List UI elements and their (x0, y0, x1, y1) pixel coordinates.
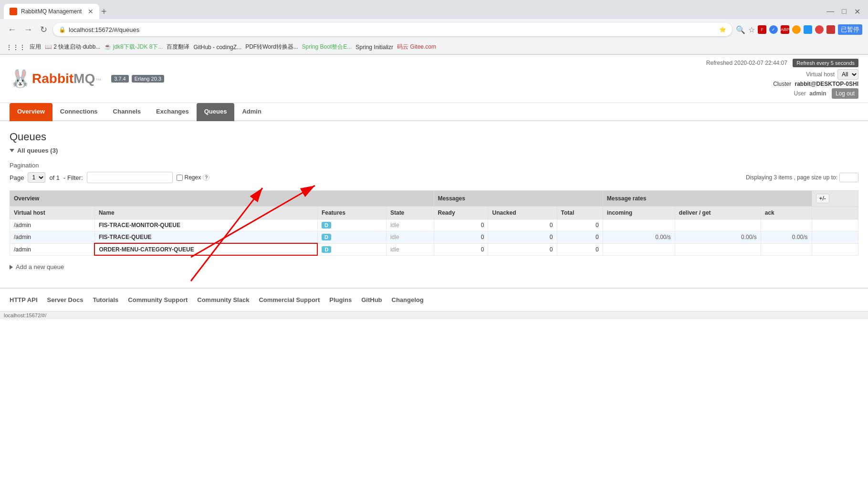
minimize-button[interactable]: — (826, 7, 834, 16)
bookmark-quickstart[interactable]: 📖 2 快速启动·dubb... (45, 43, 100, 51)
cell-deliver-1 (675, 219, 761, 231)
th-deliver-get: deliver / get (675, 207, 761, 219)
footer-community-slack[interactable]: Community Slack (197, 296, 249, 303)
footer-tutorials[interactable]: Tutorials (93, 296, 118, 303)
cell-name-1[interactable]: FIS-TRACE-MONITOR-QUEUE (94, 219, 317, 231)
footer-commercial-support[interactable]: Commercial Support (259, 296, 320, 303)
cell-vh-3: /admin (10, 243, 95, 255)
refresh-button[interactable]: Refresh every 5 seconds (793, 59, 858, 67)
refresh-info: Refreshed 2020-02-07 22:44:07 Refresh ev… (706, 59, 858, 67)
address-input[interactable]: 🔒 localhost:15672/#/queues ⭐ (53, 23, 732, 36)
cell-total-3: 0 (557, 243, 603, 255)
rabbit-logo-icon: 🐰 (10, 69, 31, 89)
cell-name-2[interactable]: FIS-TRACE-QUEUE (94, 231, 317, 244)
nav-connections[interactable]: Connections (52, 103, 105, 121)
regex-checkbox[interactable] (177, 175, 183, 181)
tab-close-button[interactable]: ✕ (88, 8, 94, 15)
address-bar: ← → ↻ 🔒 localhost:15672/#/queues ⭐ 🔍 ☆ F… (0, 19, 868, 40)
extension-icon-1[interactable]: F (758, 25, 766, 34)
logo: 🐰 RabbitMQ™ (10, 69, 102, 89)
nav-exchanges[interactable]: Exchanges (148, 103, 197, 121)
virtual-host-select[interactable]: All (837, 69, 858, 80)
cell-total-2: 0 (557, 231, 603, 244)
refreshed-text: Refreshed 2020-02-07 22:44:07 (706, 60, 787, 66)
bookmark-initializr[interactable]: Spring Initializr (356, 44, 393, 51)
cell-features-3: D (317, 243, 386, 255)
cell-unacked-3: 0 (488, 243, 557, 255)
footer-community-support[interactable]: Community Support (128, 296, 188, 303)
bookmark-apps[interactable]: 应用 (30, 43, 41, 51)
bookmark-translate[interactable]: 百度翻译 (167, 43, 189, 51)
tab-favicon (10, 8, 17, 15)
footer-plugins[interactable]: Plugins (329, 296, 352, 303)
bookmark-jdk[interactable]: ☕ jdk8下载-JDK 8下... (104, 43, 163, 51)
footer-changelog[interactable]: Changelog (392, 296, 424, 303)
address-text: localhost:15672/#/queues (69, 26, 716, 33)
cell-ack-2: 0.00/s (761, 231, 812, 244)
new-tab-button[interactable]: + (101, 6, 107, 17)
cluster-label: Cluster (773, 81, 791, 87)
virtual-host-row: Virtual host All (706, 69, 858, 80)
nav-channels[interactable]: Channels (105, 103, 149, 121)
filter-separator: - Filter: (63, 174, 83, 181)
bookmark-spring[interactable]: Spring Boot整合E... (302, 43, 352, 51)
feature-badge-3: D (322, 246, 331, 253)
toolbar-icons: 🔍 ☆ F ✓ ABP 已暂停 (736, 24, 862, 35)
active-tab[interactable]: RabbitMQ Management ✕ (4, 4, 99, 19)
page-label: Page (10, 174, 24, 181)
user-label: User (794, 90, 806, 97)
page-size-input[interactable] (839, 173, 858, 182)
cell-name-3[interactable]: ORDER-MENU-CATEGORY-QUEUE (94, 243, 317, 255)
logout-button[interactable]: Log out (832, 88, 858, 99)
bookmark-pdf[interactable]: PDF转Word转换器... (245, 43, 298, 51)
page-title: Queues (10, 131, 858, 143)
extension-icon-6[interactable] (815, 25, 824, 34)
chinese-button[interactable]: 已暂停 (838, 24, 862, 35)
extension-icon-4[interactable] (792, 25, 801, 34)
nav-admin[interactable]: Admin (234, 103, 269, 121)
plus-minus-button[interactable]: +/- (816, 194, 829, 203)
bookmark-gitee[interactable]: 码云 Gitee.com (397, 43, 436, 51)
user-name: admin (809, 90, 826, 97)
footer-github[interactable]: GitHub (361, 296, 382, 303)
close-button[interactable]: ✕ (854, 7, 860, 16)
add-queue-toggle[interactable]: Add a new queue (10, 263, 858, 271)
plus-minus-col[interactable]: +/- (812, 191, 858, 207)
regex-checkbox-label[interactable]: Regex ? (177, 174, 210, 181)
extension-icon-2[interactable]: ✓ (769, 25, 778, 34)
reload-button[interactable]: ↻ (38, 22, 49, 37)
queue-link-3[interactable]: ORDER-MENU-CATEGORY-QUEUE (99, 246, 194, 253)
table-container: Overview Messages Message rates +/- Virt… (10, 190, 858, 256)
forward-button[interactable]: → (22, 23, 34, 37)
all-queues-toggle[interactable]: All queues (3) (10, 147, 858, 154)
th-features: Features (317, 207, 386, 219)
cell-vh-1: /admin (10, 219, 95, 231)
queue-table: Overview Messages Message rates +/- Virt… (10, 190, 858, 256)
cell-ready-2: 0 (434, 231, 488, 244)
status-bar: localhost:15672/#/ (0, 311, 868, 319)
extension-icon-7[interactable] (826, 25, 835, 34)
back-button[interactable]: ← (6, 23, 18, 37)
queue-link-2[interactable]: FIS-TRACE-QUEUE (99, 234, 152, 240)
star-icon[interactable]: ☆ (748, 25, 755, 34)
extension-icon-3[interactable]: ABP (781, 25, 789, 34)
bookmark-github[interactable]: GitHub - codingZ... (193, 44, 241, 51)
nav-queues[interactable]: Queues (197, 103, 235, 121)
cell-ack-3 (761, 243, 812, 255)
queue-link-1[interactable]: FIS-TRACE-MONITOR-QUEUE (99, 222, 180, 229)
extension-icon-5[interactable] (804, 25, 812, 34)
cell-state-2: idle (386, 231, 434, 244)
search-icon[interactable]: 🔍 (736, 25, 745, 34)
header-right: Refreshed 2020-02-07 22:44:07 Refresh ev… (706, 59, 858, 99)
page-select[interactable]: 1 (28, 172, 45, 183)
footer: HTTP API Server Docs Tutorials Community… (0, 288, 868, 311)
virtual-host-label: Virtual host (806, 71, 835, 78)
filter-input[interactable] (87, 172, 173, 183)
footer-server-docs[interactable]: Server Docs (47, 296, 84, 303)
pagination-section: Pagination Page 1 of 1 - Filter: Regex ?… (10, 162, 858, 183)
nav-overview[interactable]: Overview (10, 103, 52, 121)
apps-icon[interactable]: ⋮⋮⋮ (6, 43, 26, 51)
footer-http-api[interactable]: HTTP API (10, 296, 38, 303)
state-1: idle (390, 222, 399, 229)
maximize-button[interactable]: □ (842, 7, 847, 16)
